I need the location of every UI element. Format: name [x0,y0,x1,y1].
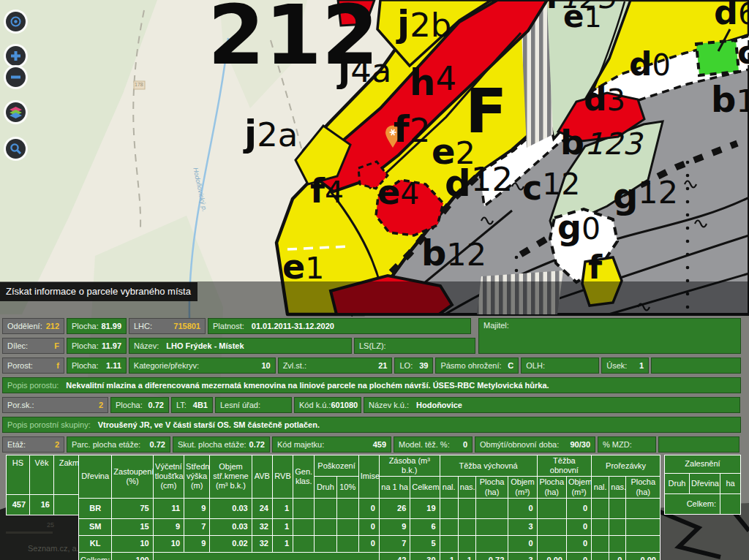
table-cell [440,498,458,518]
table-cell: 0 [358,535,379,552]
table-header: nas. [458,477,475,498]
field-kod-k-u: Kód k.ú.:601080 [294,397,361,413]
table-header: Plocha (ha) [475,477,508,498]
table-cell: Celkem: [79,552,112,560]
field-platnost: Platnost:01.01.2011-31.12.2020 [208,318,471,334]
scale-bar [6,531,53,534]
table-cell: 0.72 [475,552,508,560]
search-icon [10,143,22,155]
field-pasmo-ohrozeni: Pásmo ohrožení:C [435,357,519,374]
table-cell: KL [79,535,112,552]
table-cell: 0 [566,552,591,560]
table-cell [537,498,566,518]
table-header: Gen. klas. [293,455,315,499]
table-cell: 24 [252,498,272,518]
field-mzd: % MZD: [598,436,656,453]
search-button[interactable] [6,139,26,159]
table-row: KL101090.0232107500 [79,535,660,552]
table-cell: 9 [184,535,210,552]
table-cell [609,498,626,518]
table-header: Věk [30,455,54,495]
field-field [658,436,739,453]
field-field [651,357,741,374]
field-nazev-k-u: Název k.ú.:Hodoňovice [364,397,740,413]
table-cell: 0 [566,498,591,518]
field-etaz: Etáž:2 [2,436,64,453]
table-cell: 0 [358,518,379,535]
table-header: Plocha (ha) [537,477,566,498]
field-usek: Úsek:1 [601,357,649,374]
table-cell: 5 [410,535,440,552]
table-header: Dřevina [79,455,112,499]
table-cell: 11 [153,498,184,518]
field-kategorie-prekryv: Kategorie/překryv:10 [129,357,276,374]
field-oddeleni: Oddělení:212 [2,318,64,334]
table-cell [537,535,566,552]
locate-button[interactable] [6,12,26,31]
table-header: Druh [665,474,690,494]
building-label: 178 [135,82,143,87]
table-cell [458,535,475,552]
table-cell [153,552,379,560]
table-cell [592,518,609,535]
field-por-sk: Por.sk.:2 [2,397,108,413]
table-cell [293,518,315,535]
table-cell: Celkem: [665,494,720,515]
table-cell: 0 [508,535,537,552]
table-header: na 1 ha [379,477,410,498]
table-cell: 9 [379,518,410,535]
table-header: nal. [592,477,609,498]
table-header: Prořezávky [592,455,660,477]
table-cell [336,498,358,518]
field-kod-majetku: Kód majetku:459 [272,436,391,453]
table-cell: 9 [153,518,184,535]
table-cell: 1 [272,498,293,518]
table-cell: 0.00 [626,552,660,560]
locate-icon [10,15,22,28]
table-cell [475,535,508,552]
table-cell [626,535,660,552]
table-cell: 0.00 [537,552,566,560]
table-header: Plocha (ha) [626,477,660,498]
zoom-out-button[interactable] [6,67,26,87]
table-header: Objem stř.kmene (m³ b.k.) [210,455,252,499]
field-plocha: Plocha:0.72 [110,397,169,413]
table-cell: 457 [7,495,30,515]
panel-row: Popis porostní skupiny:Vtroušený JR, ve … [2,417,743,433]
field-lhc: LHC:715801 [129,318,206,334]
table-cell: 10 [112,535,153,552]
field-lesni-urad: Lesní úřad: [215,397,292,413]
table-cell: 0.02 [210,535,252,552]
table-header: HS [7,455,30,495]
panel-row: Etáž:2Parc. plocha etáže:0.72Skut. ploch… [2,436,743,453]
table-header: Zásoba (m³ b.k.) [379,455,440,477]
table-cell [626,518,660,535]
table-cell [626,498,660,518]
table-header: AVB [252,455,272,499]
table-cell: 3 [508,552,537,560]
table-header: Střední výška (m) [184,455,210,499]
table-cell: 26 [379,498,410,518]
layers-button[interactable] [6,102,26,122]
table-total-row: Celkem: [665,494,741,515]
zoom-in-button[interactable] [6,46,26,66]
table-cell [537,518,566,535]
table-cell [336,518,358,535]
table-cell [609,518,626,535]
map-tooltip: Získat informace o parcele vybraného mís… [0,282,197,301]
table-header: 10% [336,477,358,498]
table-cell: 0 [566,518,591,535]
field-porost: Porost:f [2,357,64,374]
table-cell: 100 [112,552,153,560]
species-table: DřevinaZastoupení (%)Výčetní tloušťka (c… [78,455,660,560]
table-header: Poškození [315,455,358,477]
table-row: SM15970.0332109630 [79,518,660,535]
table-cell [609,535,626,552]
table-cell [475,498,508,518]
table-header: RVB [272,455,293,499]
field-dilec: Dílec:F [2,338,64,354]
app-window: 212j2bj4aj2ah4f2e2Ff4e4e1e1f123d6d0d3b12… [0,0,749,560]
table-cell: 0.03 [210,498,252,518]
field-lt: LT:4B1 [171,397,213,413]
table-cell: 10 [153,535,184,552]
